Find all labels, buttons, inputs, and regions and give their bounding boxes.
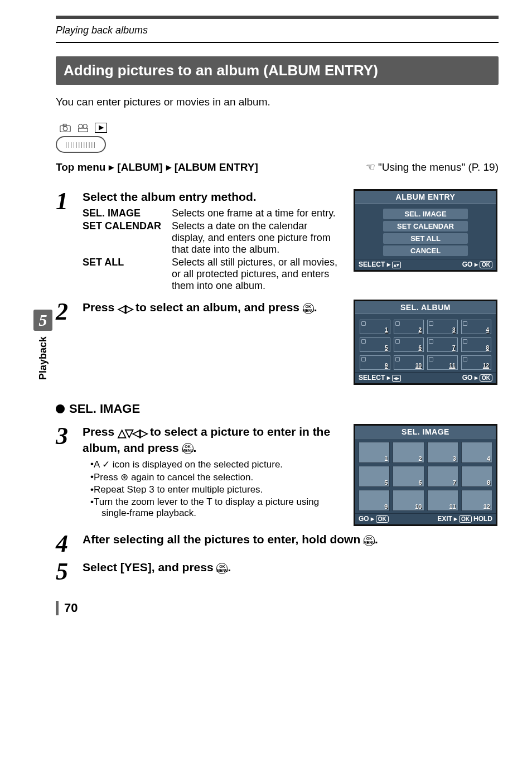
subheading-text: SEL. IMAGE xyxy=(69,402,140,416)
screen-menu-item: SEL. IMAGE xyxy=(383,209,468,219)
def-term: SET CALENDAR xyxy=(83,220,166,255)
screen-sel-image: SEL. IMAGE 123456789101112 GO ▸ OK EXIT … xyxy=(354,424,497,526)
step-number: 4 xyxy=(56,532,72,556)
step-number: 3 xyxy=(56,424,72,449)
ok-badge: OK xyxy=(480,261,492,268)
album-slot: 2 xyxy=(394,320,424,334)
svg-rect-2 xyxy=(63,124,66,127)
mode-dial-graphic: |||||||||||| xyxy=(56,122,499,153)
screen3-foot-hold: HOLD xyxy=(473,515,492,523)
album-slot: 8 xyxy=(461,337,492,352)
thumbnail: 12 xyxy=(461,490,492,511)
thumb-number: 11 xyxy=(449,503,456,510)
def-desc: Selects all still pictures, or all movie… xyxy=(172,257,342,292)
ok-badge: OK xyxy=(480,374,492,382)
section-intro: You can enter pictures or movies in an a… xyxy=(56,96,499,108)
svg-point-4 xyxy=(83,124,87,128)
section-title: Adding pictures to an album (ALBUM ENTRY… xyxy=(56,56,499,85)
camera-icon xyxy=(59,123,71,133)
step-1-title: Select the album entry method. xyxy=(83,189,342,204)
step-number: 1 xyxy=(56,189,72,214)
slot-number: 3 xyxy=(452,327,456,333)
album-slot: 9 xyxy=(360,355,390,370)
slot-number: 6 xyxy=(418,345,422,351)
dial-wheel-icon: |||||||||||| xyxy=(56,136,106,153)
updown-icon: ▴▾ xyxy=(392,262,401,268)
def-term: SET ALL xyxy=(83,257,166,292)
slot-number: 11 xyxy=(449,363,455,369)
screen3-foot-go: GO xyxy=(359,515,369,523)
definition-row: SEL. IMAGESelects one frame at a time fo… xyxy=(83,208,342,219)
text: . xyxy=(314,301,317,314)
thumbnail: 9 xyxy=(359,490,390,511)
text: Press xyxy=(83,425,118,438)
thumbnail: 3 xyxy=(427,442,458,463)
breadcrumb: Playing back albums xyxy=(56,22,499,42)
text: . xyxy=(375,533,378,546)
bullet-item: A ✓ icon is displayed on the selected pi… xyxy=(90,459,342,470)
divider xyxy=(56,42,499,43)
thumb-number: 10 xyxy=(415,503,422,510)
thumb-number: 1 xyxy=(384,455,388,462)
screen3-foot-exit: EXIT xyxy=(437,515,452,523)
thumb-number: 3 xyxy=(453,455,456,462)
thumb-number: 8 xyxy=(487,479,490,486)
ok-menu-icon: OKMENU xyxy=(182,443,194,454)
screen3-title: SEL. IMAGE xyxy=(355,426,496,438)
screen-album-entry: ALBUM ENTRY SEL. IMAGESET CALENDARSET AL… xyxy=(354,189,497,272)
left-right-arrow-icon: ◁▷ xyxy=(118,301,132,316)
thumbnail: 4 xyxy=(461,442,492,463)
album-slot: 12 xyxy=(461,355,492,370)
step-1: 1 Select the album entry method. SEL. IM… xyxy=(56,189,342,293)
def-desc: Selects one frame at a time for entry. xyxy=(172,208,342,219)
step-2: 2 Press ◁▷ to select an album, and press… xyxy=(56,300,342,324)
screen2-foot-select: SELECT xyxy=(359,374,385,382)
def-desc: Selects a date on the calendar display, … xyxy=(172,220,342,255)
chapter-label: Playback xyxy=(37,336,49,380)
slot-number: 8 xyxy=(486,345,489,351)
slot-number: 10 xyxy=(415,363,422,369)
bullet-item: Press ⊛ again to cancel the selection. xyxy=(90,471,342,483)
slot-number: 2 xyxy=(418,327,422,333)
album-slot: 11 xyxy=(427,355,458,370)
thumbnail: 5 xyxy=(359,466,390,487)
step-5: 5 Select [YES], and press OKMENU. xyxy=(56,560,499,584)
text: . xyxy=(228,561,231,573)
svg-point-1 xyxy=(63,127,67,131)
play-icon xyxy=(95,123,107,133)
movie-icon xyxy=(77,123,89,133)
thumbnail: 6 xyxy=(393,466,424,487)
menu-path: Top menu ▶ [ALBUM] ▶ [ALBUM ENTRY] ☞ "Us… xyxy=(56,161,499,173)
thumb-number: 5 xyxy=(384,479,388,486)
album-slot: 4 xyxy=(461,320,492,334)
screen-menu-item: SET ALL xyxy=(383,233,468,244)
menu-path-item1: [ALBUM] xyxy=(117,161,162,173)
subheading-sel-image: SEL. IMAGE xyxy=(56,402,499,416)
page-number: 70 xyxy=(56,601,499,615)
thumbnail: 11 xyxy=(427,490,458,511)
album-slot: 6 xyxy=(394,337,424,352)
screen-menu-item: SET CALENDAR xyxy=(383,221,468,232)
text: Select [YES], and press xyxy=(83,561,216,573)
screen-menu-item: CANCEL xyxy=(383,245,468,256)
thumb-number: 6 xyxy=(418,479,422,486)
thumbnail: 7 xyxy=(427,466,458,487)
slot-number: 1 xyxy=(385,327,388,333)
svg-rect-5 xyxy=(79,128,88,132)
screen-sel-album: SEL. ALBUM 123456789101112 SELECT ▸ ◂▸ G… xyxy=(354,300,497,385)
slot-number: 12 xyxy=(483,363,489,369)
step-2-title: Press ◁▷ to select an album, and press O… xyxy=(83,300,342,315)
thumb-number: 2 xyxy=(418,455,422,462)
screen1-foot-select: SELECT xyxy=(359,261,385,268)
pointer-hand-icon: ☞ xyxy=(366,161,375,173)
thumbnail: 10 xyxy=(393,490,424,511)
step-5-title: Select [YES], and press OKMENU. xyxy=(83,560,499,575)
ok-menu-icon: OKMENU xyxy=(216,563,228,574)
text: to select an album, and press xyxy=(132,301,303,314)
svg-point-3 xyxy=(79,124,83,128)
step-3-title: Press △▽◁▷ to select a picture to enter … xyxy=(83,424,342,455)
thumb-number: 4 xyxy=(487,455,490,462)
screen1-foot-go: GO xyxy=(462,261,473,268)
chapter-number: 5 xyxy=(33,310,52,331)
triangle-right-icon: ▶ xyxy=(109,163,114,171)
